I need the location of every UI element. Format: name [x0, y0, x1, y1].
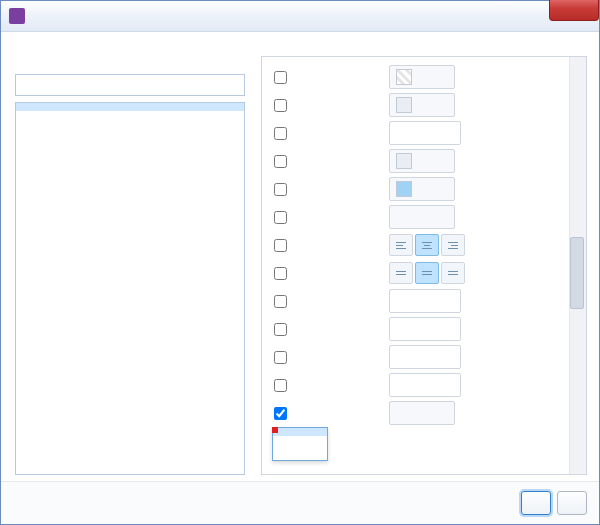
prop-inner-shadow: [272, 175, 582, 203]
valign-top-button[interactable]: [389, 262, 413, 284]
shadow-swatch-icon: [396, 181, 412, 197]
valign-group: [389, 262, 465, 284]
move-up-icon[interactable]: [103, 49, 117, 63]
line-spacing-dropdown-list[interactable]: [272, 427, 328, 461]
outer-shadow-control[interactable]: [389, 149, 455, 173]
inner-shadow-checkbox[interactable]: [274, 183, 287, 196]
style-toolbar: [15, 42, 245, 74]
line-spacing-checkbox[interactable]: [274, 407, 287, 420]
dropdown-option[interactable]: [273, 444, 327, 452]
pad-bottom-input[interactable]: [389, 373, 461, 397]
align-left-button[interactable]: [389, 234, 413, 256]
right-heading: [261, 42, 587, 56]
properties-panel: [261, 56, 587, 475]
scrollbar-thumb[interactable]: [570, 237, 584, 309]
corner-visibility-checkbox[interactable]: [274, 71, 287, 84]
valign-bottom-button[interactable]: [441, 262, 465, 284]
list-item[interactable]: [16, 127, 244, 135]
text-shadow-checkbox[interactable]: [274, 211, 287, 224]
prop-fill-color: [272, 91, 582, 119]
cancel-button[interactable]: [557, 491, 587, 515]
prop-pad-left: [272, 287, 582, 315]
shadow-swatch-icon: [396, 153, 412, 169]
add-icon[interactable]: [19, 49, 33, 63]
corner-visibility-control[interactable]: [389, 65, 455, 89]
pad-right-input[interactable]: [389, 345, 461, 369]
pad-right-checkbox[interactable]: [274, 351, 287, 364]
dialog-button-bar: [1, 481, 599, 524]
prop-text-shadow: [272, 203, 582, 231]
valign-middle-button[interactable]: [415, 262, 439, 284]
fill-color-checkbox[interactable]: [274, 99, 287, 112]
prop-line-spacing: [272, 399, 582, 427]
prop-pad-right: [272, 343, 582, 371]
style-list[interactable]: [15, 102, 245, 475]
right-pane: [245, 42, 587, 475]
color-swatch-icon: [396, 97, 412, 113]
opacity-input[interactable]: [389, 121, 461, 145]
halign-group: [389, 234, 465, 256]
inner-shadow-control[interactable]: [389, 177, 455, 201]
close-button[interactable]: [549, 0, 599, 21]
list-item[interactable]: [16, 119, 244, 127]
style-manager-window: [0, 0, 600, 525]
content-area: [1, 32, 599, 483]
outer-shadow-checkbox[interactable]: [274, 155, 287, 168]
line-spacing-dropdown[interactable]: [389, 401, 455, 425]
pad-left-checkbox[interactable]: [274, 295, 287, 308]
list-item[interactable]: [16, 103, 244, 111]
style-name-input[interactable]: [15, 74, 245, 96]
delete-icon[interactable]: [75, 49, 89, 63]
prop-outer-shadow: [272, 147, 582, 175]
square-icon: [396, 69, 412, 85]
list-item[interactable]: [16, 151, 244, 159]
prop-opacity: [272, 119, 582, 147]
prop-valign: [272, 259, 582, 287]
titlebar: [1, 1, 599, 32]
fill-color-control[interactable]: [389, 93, 455, 117]
prop-corner-visibility: [272, 63, 582, 91]
left-pane: [15, 42, 245, 475]
pad-left-input[interactable]: [389, 289, 461, 313]
list-item[interactable]: [16, 111, 244, 119]
app-icon: [9, 8, 25, 24]
dropdown-option[interactable]: [273, 452, 327, 460]
list-item[interactable]: [16, 159, 244, 167]
halign-checkbox[interactable]: [274, 239, 287, 252]
prop-halign: [272, 231, 582, 259]
list-item[interactable]: [16, 143, 244, 151]
list-item[interactable]: [16, 135, 244, 143]
prop-pad-bottom: [272, 371, 582, 399]
align-center-button[interactable]: [415, 234, 439, 256]
opacity-checkbox[interactable]: [274, 127, 287, 140]
align-right-button[interactable]: [441, 234, 465, 256]
text-shadow-control[interactable]: [389, 205, 455, 229]
valign-checkbox[interactable]: [274, 267, 287, 280]
move-down-icon[interactable]: [131, 49, 145, 63]
pad-bottom-checkbox[interactable]: [274, 379, 287, 392]
dropdown-option[interactable]: [273, 428, 327, 436]
pad-top-checkbox[interactable]: [274, 323, 287, 336]
scrollbar-track[interactable]: [569, 57, 586, 474]
duplicate-icon[interactable]: [47, 49, 61, 63]
prop-pad-top: [272, 315, 582, 343]
ok-button[interactable]: [521, 491, 551, 515]
dropdown-option[interactable]: [273, 436, 327, 444]
pad-top-input[interactable]: [389, 317, 461, 341]
